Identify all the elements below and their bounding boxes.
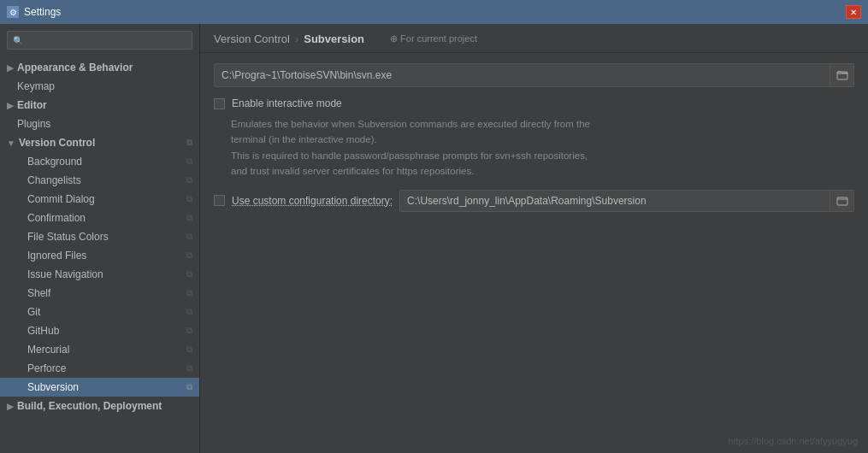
custom-config-path: C:\Users\rd_jonny_lin\AppData\Roaming\Su… <box>400 191 830 210</box>
folder-icon <box>836 69 848 81</box>
sidebar-item-github[interactable]: GitHub ⧉ <box>0 321 199 340</box>
sidebar-item-label: Shelf <box>27 287 50 299</box>
copy-icon: ⧉ <box>186 156 192 167</box>
copy-icon: ⧉ <box>186 250 192 261</box>
sidebar-item-label: Subversion <box>27 381 79 393</box>
sidebar-item-label: Keymap <box>17 80 55 92</box>
sidebar: 🔍 ▶ Appearance & Behavior Keymap ▶ Edito… <box>0 24 200 453</box>
sidebar-item-file-status-colors[interactable]: File Status Colors ⧉ <box>0 227 199 246</box>
sidebar-item-label: Perforce <box>27 362 66 374</box>
sidebar-item-confirmation[interactable]: Confirmation ⧉ <box>0 209 199 227</box>
interactive-mode-description: Emulates the behavior when Subversion co… <box>231 116 854 179</box>
custom-config-label: Use custom configuration directory: <box>232 195 393 207</box>
sidebar-item-label: Changelists <box>27 174 81 186</box>
folder-icon <box>836 195 848 207</box>
sidebar-item-label: Confirmation <box>27 212 86 224</box>
sidebar-item-label: File Status Colors <box>27 231 109 243</box>
sidebar-item-label: Editor <box>17 99 47 111</box>
sidebar-item-plugins[interactable]: Plugins <box>0 115 199 133</box>
sidebar-item-label: Build, Execution, Deployment <box>17 400 162 412</box>
title-bar: ⚙ Settings ✕ <box>0 0 868 24</box>
custom-config-browse-button[interactable] <box>830 191 853 211</box>
copy-icon: ⧉ <box>186 382 192 392</box>
sidebar-item-label: Plugins <box>17 118 50 130</box>
copy-icon: ⧉ <box>186 194 192 204</box>
copy-icon: ⧉ <box>186 288 192 298</box>
sidebar-item-git[interactable]: Git ⧉ <box>0 303 199 321</box>
sidebar-item-background[interactable]: Background ⧉ <box>0 152 199 171</box>
sidebar-item-label: Appearance & Behavior <box>17 62 133 74</box>
breadcrumb-project[interactable]: ⊕ For current project <box>390 33 477 44</box>
copy-icon: ⧉ <box>186 213 192 223</box>
copy-icon: ⧉ <box>186 326 192 336</box>
copy-icon: ⧉ <box>186 175 192 185</box>
sidebar-item-perforce[interactable]: Perforce ⧉ <box>0 359 199 378</box>
main-layout: 🔍 ▶ Appearance & Behavior Keymap ▶ Edito… <box>0 24 868 453</box>
content-area: Version Control › Subversion ⊕ For curre… <box>200 24 868 453</box>
nav-tree: ▶ Appearance & Behavior Keymap ▶ Editor … <box>0 56 199 453</box>
project-label: ⊕ For current project <box>390 33 477 44</box>
copy-icon: ⧉ <box>186 138 192 148</box>
sidebar-item-ignored-files[interactable]: Ignored Files ⧉ <box>0 246 199 265</box>
copy-icon: ⧉ <box>186 363 192 374</box>
sidebar-item-label: Commit Dialog <box>27 193 95 205</box>
arrow-icon: ▶ <box>7 101 14 110</box>
sidebar-item-label: Git <box>27 306 40 318</box>
copy-icon: ⧉ <box>186 232 192 242</box>
enable-interactive-mode-label: Enable interactive mode <box>232 97 342 109</box>
custom-config-row: Use custom configuration directory: C:\U… <box>214 190 854 212</box>
copy-icon: ⧉ <box>186 269 192 279</box>
description-line-1: Emulates the behavior when Subversion co… <box>231 116 854 132</box>
copy-icon: ⧉ <box>186 344 192 355</box>
sidebar-item-build-execution[interactable]: ▶ Build, Execution, Deployment <box>0 397 199 415</box>
description-line-2: terminal (in the interactive mode). <box>231 132 854 147</box>
copy-icon: ⧉ <box>186 307 192 317</box>
sidebar-item-keymap[interactable]: Keymap <box>0 77 199 96</box>
arrow-icon: ▼ <box>7 138 15 148</box>
sidebar-item-shelf[interactable]: Shelf ⧉ <box>0 284 199 303</box>
content-body: C:\Progra~1\TortoiseSVN\bin\svn.exe Enab… <box>200 53 868 453</box>
breadcrumb-current: Subversion <box>304 32 364 45</box>
sidebar-item-commit-dialog[interactable]: Commit Dialog ⧉ <box>0 190 199 209</box>
svn-path-browse-button[interactable] <box>830 64 853 86</box>
sidebar-item-label: Mercurial <box>27 344 69 356</box>
close-button[interactable]: ✕ <box>846 5 861 19</box>
breadcrumb: Version Control › Subversion ⊕ For curre… <box>200 24 868 53</box>
breadcrumb-parent: Version Control <box>214 32 290 45</box>
custom-config-checkbox[interactable] <box>214 195 225 206</box>
window-title: Settings <box>24 6 61 18</box>
svn-path-text: C:\Progra~1\TortoiseSVN\bin\svn.exe <box>215 65 830 85</box>
search-box[interactable]: 🔍 <box>7 31 192 50</box>
sidebar-item-subversion[interactable]: Subversion ⧉ <box>0 378 199 397</box>
custom-config-field: C:\Users\rd_jonny_lin\AppData\Roaming\Su… <box>399 190 854 212</box>
enable-interactive-mode-checkbox[interactable] <box>214 98 225 109</box>
sidebar-item-version-control[interactable]: ▼ Version Control ⧉ <box>0 133 199 152</box>
sidebar-item-mercurial[interactable]: Mercurial ⧉ <box>0 340 199 359</box>
sidebar-item-label: Version Control <box>19 137 95 149</box>
breadcrumb-separator: › <box>295 32 298 45</box>
sidebar-item-label: Ignored Files <box>27 250 86 262</box>
sidebar-item-label: GitHub <box>27 325 59 337</box>
svn-path-field: C:\Progra~1\TortoiseSVN\bin\svn.exe <box>214 63 854 87</box>
sidebar-item-changelists[interactable]: Changelists ⧉ <box>0 171 199 190</box>
sidebar-item-editor[interactable]: ▶ Editor <box>0 96 199 115</box>
arrow-icon: ▶ <box>7 402 14 411</box>
svg-rect-1 <box>837 197 847 205</box>
title-bar-left: ⚙ Settings <box>7 6 61 18</box>
sidebar-item-label: Issue Navigation <box>27 268 103 280</box>
search-input[interactable] <box>27 34 186 46</box>
sidebar-item-label: Background <box>27 156 82 168</box>
watermark: https://blog.csdn.net/afyyugyug <box>728 436 858 446</box>
sidebar-item-appearance[interactable]: ▶ Appearance & Behavior <box>0 58 199 77</box>
enable-interactive-mode-row: Enable interactive mode <box>214 97 854 109</box>
description-line-3: This is required to handle password/pass… <box>231 148 854 163</box>
search-icon: 🔍 <box>13 36 23 45</box>
settings-icon: ⚙ <box>7 6 19 18</box>
description-line-4: and trust invalid server certificates fo… <box>231 163 854 179</box>
sidebar-item-issue-navigation[interactable]: Issue Navigation ⧉ <box>0 265 199 284</box>
arrow-icon: ▶ <box>7 63 14 73</box>
